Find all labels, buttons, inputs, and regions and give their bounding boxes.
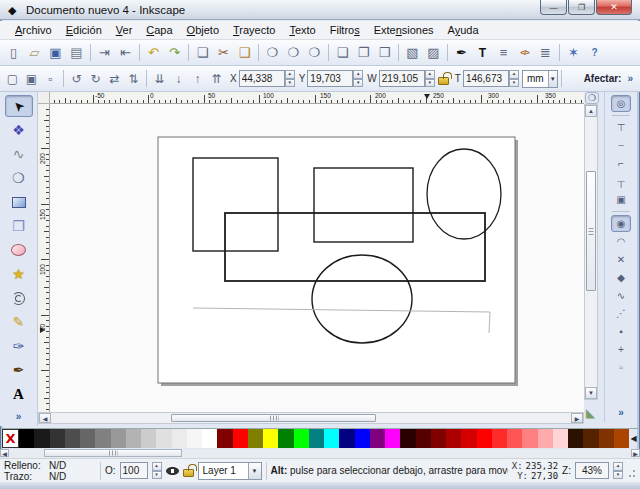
palette-swatch-008000[interactable] bbox=[278, 429, 293, 448]
snap-smooth-nodes-button[interactable]: ∿ bbox=[611, 287, 631, 304]
palette-swatch-ff2a2a[interactable] bbox=[492, 429, 507, 448]
flip-horizontal-button[interactable]: ⇄ bbox=[105, 69, 124, 88]
palette-scroll-left-arrow-icon[interactable]: ◀ bbox=[0, 449, 9, 457]
palette-swatch-f5f5f5[interactable] bbox=[187, 429, 202, 448]
vertical-ruler[interactable]: 20015010050 bbox=[38, 104, 50, 412]
palette-swatch-2b0000[interactable] bbox=[400, 429, 415, 448]
zoom-tool-icon[interactable]: ❍ bbox=[5, 167, 33, 189]
palette-swatch-666666[interactable] bbox=[80, 429, 95, 448]
box3d-tool-icon[interactable]: ❒ bbox=[5, 215, 33, 237]
tweak-tool-icon[interactable]: ∿ bbox=[5, 143, 33, 165]
palette-swatch-000080[interactable] bbox=[339, 429, 354, 448]
palette-scroll-right-arrow-icon[interactable]: ▶ bbox=[631, 449, 640, 457]
layer-dropdown[interactable]: Layer 1 ▼ bbox=[198, 462, 262, 480]
units-dropdown[interactable]: mm ▼ bbox=[522, 70, 558, 88]
zoom-drawing-button[interactable]: ❍ bbox=[283, 42, 304, 63]
duplicate-button[interactable]: ❏ bbox=[332, 42, 353, 63]
zoom-page-button[interactable]: ❍ bbox=[304, 42, 325, 63]
print-button[interactable]: ▤ bbox=[66, 42, 87, 63]
x-field-spinner[interactable]: ▲▼ bbox=[285, 70, 295, 87]
scroll-up-arrow-icon[interactable]: ▲ bbox=[585, 105, 597, 117]
zoom-field[interactable] bbox=[575, 462, 609, 479]
canvas[interactable] bbox=[50, 104, 584, 412]
horizontal-scroll-thumb[interactable] bbox=[171, 414, 376, 422]
spiral-tool-icon[interactable] bbox=[5, 287, 33, 309]
snap-bbox-edges-button[interactable]: ┄ bbox=[611, 137, 631, 154]
snap-page-border-button[interactable]: ▫ bbox=[611, 359, 631, 376]
deselect-button[interactable]: ▫ bbox=[41, 69, 60, 88]
palette-swatch-0000ff[interactable] bbox=[355, 429, 370, 448]
layer-lock-icon[interactable] bbox=[183, 469, 194, 477]
palette-swatch-800080[interactable] bbox=[370, 429, 385, 448]
pen-tool-icon[interactable]: ✑ bbox=[5, 335, 33, 357]
rotate-ccw-button[interactable]: ↺ bbox=[67, 69, 86, 88]
y-field[interactable] bbox=[307, 70, 353, 87]
scroll-left-arrow-icon[interactable]: ◀ bbox=[39, 413, 51, 423]
palette-swatch-aa0000[interactable] bbox=[446, 429, 461, 448]
snap-line-midpoints-button[interactable]: ⋰ bbox=[611, 305, 631, 322]
palette-swatch-ffff00[interactable] bbox=[263, 429, 278, 448]
text-tool-icon[interactable]: A bbox=[5, 383, 33, 405]
menu-archivo[interactable]: Archivo bbox=[8, 22, 59, 38]
palette-swatch-000000[interactable] bbox=[19, 429, 34, 448]
layers-dialog-button[interactable]: ≡ bbox=[493, 42, 514, 63]
align-dialog-button[interactable]: ≣ bbox=[535, 42, 556, 63]
y-field-spinner[interactable]: ▲▼ bbox=[353, 70, 363, 87]
snapbar-overflow-chevron[interactable]: » bbox=[618, 407, 624, 418]
palette-swatch-aa4400[interactable] bbox=[614, 429, 629, 448]
cut-button[interactable]: ✂ bbox=[213, 42, 234, 63]
fill-stroke-indicator[interactable]: Relleno:N/D Trazo:N/D bbox=[4, 460, 96, 482]
ellipse-tool-icon[interactable] bbox=[5, 239, 33, 261]
import-button[interactable]: ⇥ bbox=[94, 42, 115, 63]
palette-swatch-552200[interactable] bbox=[583, 429, 598, 448]
palette-scrollbar[interactable]: ◀ ▶ bbox=[0, 449, 640, 458]
palette-swatch-ffd5d5[interactable] bbox=[553, 429, 568, 448]
vertical-scroll-thumb[interactable] bbox=[586, 171, 596, 291]
palette-swatch-ff8080[interactable] bbox=[522, 429, 537, 448]
menu-extensiones[interactable]: Extensiones bbox=[367, 22, 441, 38]
ungroup-objects-button[interactable]: ▨ bbox=[423, 42, 444, 63]
open-document-button[interactable]: ▱ bbox=[24, 42, 45, 63]
create-clone-button[interactable]: ❐ bbox=[353, 42, 374, 63]
palette-swatch-800000[interactable] bbox=[217, 429, 232, 448]
scroll-right-arrow-icon[interactable]: ▶ bbox=[571, 413, 583, 423]
palette-swatch-ff00ff[interactable] bbox=[385, 429, 400, 448]
color-managed-display-icon[interactable]: ◣ bbox=[586, 402, 602, 418]
palette-swatch-808000[interactable] bbox=[248, 429, 263, 448]
vertical-scrollbar[interactable]: ▲ ▼ bbox=[584, 104, 598, 400]
preferences-button[interactable]: ✶ bbox=[563, 42, 584, 63]
unlink-clone-button[interactable]: ❒ bbox=[374, 42, 395, 63]
palette-swatch-803300[interactable] bbox=[599, 429, 614, 448]
fill-stroke-dialog-button[interactable]: ✒ bbox=[451, 42, 472, 63]
sticky-zoom-button[interactable]: ❍ bbox=[585, 92, 599, 104]
opacity-spinner[interactable]: ▲▼ bbox=[152, 462, 162, 479]
menu-filtros[interactable]: Filtros bbox=[323, 22, 367, 38]
horizontal-ruler[interactable]: -50050100150200250300350 bbox=[50, 92, 584, 104]
palette-swatch-999999[interactable] bbox=[111, 429, 126, 448]
zoom-spinner[interactable]: ▲▼ bbox=[613, 462, 623, 479]
lower-button[interactable]: ↓ bbox=[169, 69, 188, 88]
menu-ayuda[interactable]: Ayuda bbox=[441, 22, 486, 38]
palette-swatch-2b1100[interactable] bbox=[568, 429, 583, 448]
copy-button[interactable]: ❏ bbox=[192, 42, 213, 63]
maximize-button[interactable]: ❐ bbox=[568, 0, 595, 15]
toolbar-overflow-chevron[interactable]: » bbox=[627, 73, 633, 84]
palette-swatch-008080[interactable] bbox=[309, 429, 324, 448]
xml-editor-button[interactable]: </> bbox=[514, 42, 535, 63]
opacity-field[interactable] bbox=[120, 462, 148, 479]
snap-path-intersections-button[interactable]: ✕ bbox=[611, 251, 631, 268]
resize-grip[interactable] bbox=[627, 463, 636, 479]
h-field-spinner[interactable]: ▲▼ bbox=[509, 70, 519, 87]
snap-bbox-midpoints-button[interactable]: ┬ bbox=[611, 173, 631, 190]
palette-swatch-550000[interactable] bbox=[416, 429, 431, 448]
palette-swatch-ff0000[interactable] bbox=[233, 429, 248, 448]
palette-swatch-ffaaaa[interactable] bbox=[538, 429, 553, 448]
document-properties-button[interactable]: ? bbox=[584, 42, 605, 63]
palette-swatch-ff0000[interactable] bbox=[477, 429, 492, 448]
minimize-button[interactable]: — bbox=[540, 0, 567, 15]
horizontal-scrollbar[interactable]: ◀ ▶ bbox=[38, 412, 584, 424]
snap-bbox-centers-button[interactable]: ▣ bbox=[611, 191, 631, 208]
palette-swatch-cccccc[interactable] bbox=[141, 429, 156, 448]
palette-scroll-thumb[interactable] bbox=[44, 449, 182, 457]
star-tool-icon[interactable]: ★ bbox=[5, 263, 33, 285]
